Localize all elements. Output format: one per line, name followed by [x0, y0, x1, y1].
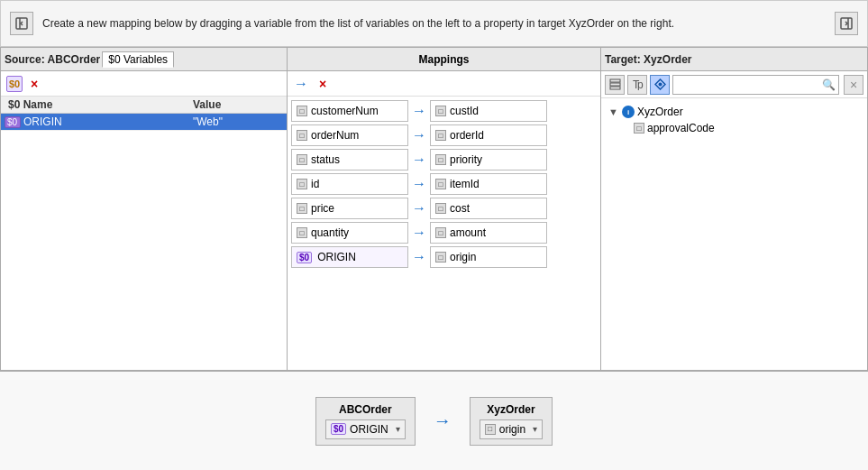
prop-icon: □ [435, 252, 446, 263]
mapping-arrow-7: → [412, 249, 426, 265]
target-dropdown-icon[interactable]: ▾ [533, 424, 537, 434]
mapping-right-custid[interactable]: □ custId [430, 100, 547, 122]
left-field-label: orderNum [311, 129, 359, 142]
mapping-row-customernm: □ customerNum → □ custId [291, 100, 597, 122]
tree-type-btn[interactable]: T pe [627, 75, 647, 95]
prop-icon: □ [297, 203, 307, 214]
right-panel-title: Target: XyzOrder [605, 53, 691, 66]
collapse-left-btn[interactable] [10, 12, 33, 35]
left-table-header: $0 Name Value [1, 97, 287, 114]
right-panel: Target: XyzOrder T pe [601, 48, 867, 370]
mapping-left-customernum[interactable]: □ customerNum [291, 100, 408, 122]
mappings-header: Mappings [288, 48, 600, 71]
mapping-arrow-3: → [412, 152, 426, 168]
mappings-title: Mappings [419, 53, 470, 66]
mapping-row-ordernum: □ orderNum → □ orderId [291, 124, 597, 146]
mapping-row-origin: $0 ORIGIN → □ origin [291, 246, 597, 268]
col-name-header: $0 Name [5, 98, 193, 111]
variable-row-origin[interactable]: $0 ORIGIN "Web" [1, 114, 287, 131]
mapping-list: □ customerNum → □ custId □ orderNum → [288, 97, 600, 370]
mapping-left-origin-var[interactable]: $0 ORIGIN [291, 246, 408, 268]
mapping-left-quantity[interactable]: □ quantity [291, 222, 408, 244]
search-icon: 🔍 [822, 78, 836, 91]
right-field-label: origin [450, 251, 476, 263]
svg-rect-6 [610, 87, 620, 89]
bottom-diagram-area: ABCOrder $0 ORIGIN ▾ → XyzOrder □ origin… [0, 371, 868, 470]
target-prop-icon: □ [485, 424, 496, 435]
right-field-label: amount [450, 226, 486, 239]
right-search-input[interactable] [676, 79, 822, 90]
collapse-right-btn[interactable] [835, 12, 858, 35]
left-panel: Source: ABCOrder $0 Variables $0 × $0 Na… [1, 48, 288, 370]
right-search-box[interactable]: 🔍 [672, 75, 839, 95]
tree-root-label: XyzOrder [637, 106, 683, 118]
diagram-arrow: → [434, 410, 452, 431]
delete-mapping-btn[interactable]: × [315, 76, 331, 92]
variables-tab[interactable]: $0 Variables [102, 51, 174, 68]
target-box-field[interactable]: □ origin ▾ [480, 419, 543, 439]
source-dropdown-icon[interactable]: ▾ [396, 424, 400, 434]
var-badge-icon: $0 [297, 252, 312, 263]
mapping-right-orderid[interactable]: □ orderId [430, 124, 547, 146]
source-box-field[interactable]: $0 ORIGIN ▾ [325, 419, 406, 439]
prop-icon: □ [435, 106, 446, 116]
svg-rect-4 [610, 79, 620, 82]
mapping-right-amount[interactable]: □ amount [430, 222, 547, 244]
variable-icon: $0 [5, 116, 21, 128]
left-toolbar: $0 × [1, 71, 287, 97]
tree-child-approvalcode[interactable]: □ approvalCode [632, 120, 862, 136]
left-field-label: customerNum [311, 105, 379, 117]
source-field-label: ORIGIN [350, 423, 388, 436]
target-box-title: XyzOrder [480, 403, 543, 416]
mapping-right-priority[interactable]: □ priority [430, 149, 547, 170]
prop-icon: □ [297, 179, 307, 189]
mapping-row-quantity: □ quantity → □ amount [291, 222, 597, 244]
source-box-title: ABCOrder [325, 403, 406, 416]
instruction-bar: Create a new mapping below by dragging a… [0, 0, 868, 47]
delete-variable-btn[interactable]: × [26, 76, 42, 92]
left-field-label: price [311, 202, 334, 215]
target-diagram-box: XyzOrder □ origin ▾ [470, 397, 553, 446]
mapping-arrow-2: → [412, 127, 426, 143]
mapping-arrow-1: → [412, 103, 426, 119]
mapping-right-cost[interactable]: □ cost [430, 198, 547, 219]
prop-icon: □ [297, 130, 307, 141]
tree-expand-icon[interactable]: ▼ [608, 106, 619, 117]
mapping-right-origin[interactable]: □ origin [430, 246, 547, 268]
right-field-label: cost [450, 202, 470, 215]
left-field-label: id [311, 178, 319, 190]
mapping-left-price[interactable]: □ price [291, 198, 408, 219]
mapping-left-ordernum[interactable]: □ orderNum [291, 124, 408, 146]
add-mapping-btn[interactable]: → [293, 76, 309, 92]
middle-toolbar: → × [288, 71, 600, 97]
tree-child-label: approvalCode [647, 122, 715, 134]
mapping-left-status[interactable]: □ status [291, 149, 408, 170]
prop-icon: □ [297, 227, 307, 238]
instruction-text: Create a new mapping below by dragging a… [42, 16, 826, 32]
prop-icon: □ [435, 130, 446, 141]
right-field-label: itemId [450, 178, 480, 190]
left-field-label: ORIGIN [317, 251, 356, 263]
svg-text:pe: pe [637, 78, 644, 90]
add-variable-btn[interactable]: $0 [6, 76, 23, 92]
tree-root-item[interactable]: ▼ i XyzOrder [607, 104, 862, 120]
target-field-label: origin [499, 423, 525, 436]
middle-panel: Mappings → × □ customerNum → □ custId [288, 48, 601, 370]
source-diagram-box: ABCOrder $0 ORIGIN ▾ [315, 397, 416, 446]
left-field-label: status [311, 153, 340, 166]
tree-area: ▼ i XyzOrder □ approvalCode [601, 98, 867, 370]
variable-value: "Web" [193, 115, 283, 128]
root-node-icon: i [622, 106, 635, 118]
tree-flat-view-btn[interactable] [605, 75, 625, 95]
mapping-right-itemid[interactable]: □ itemId [430, 173, 547, 195]
clear-icon: × [850, 78, 857, 91]
right-field-label: custId [450, 105, 479, 117]
prop-icon: □ [297, 106, 307, 116]
prop-icon: □ [435, 154, 446, 165]
prop-icon: □ [435, 203, 446, 214]
svg-point-9 [658, 83, 662, 87]
mapping-row-status: □ status → □ priority [291, 149, 597, 170]
clear-search-btn[interactable]: × [844, 75, 863, 95]
tree-target-select-btn[interactable] [650, 75, 670, 95]
mapping-left-id[interactable]: □ id [291, 173, 408, 195]
